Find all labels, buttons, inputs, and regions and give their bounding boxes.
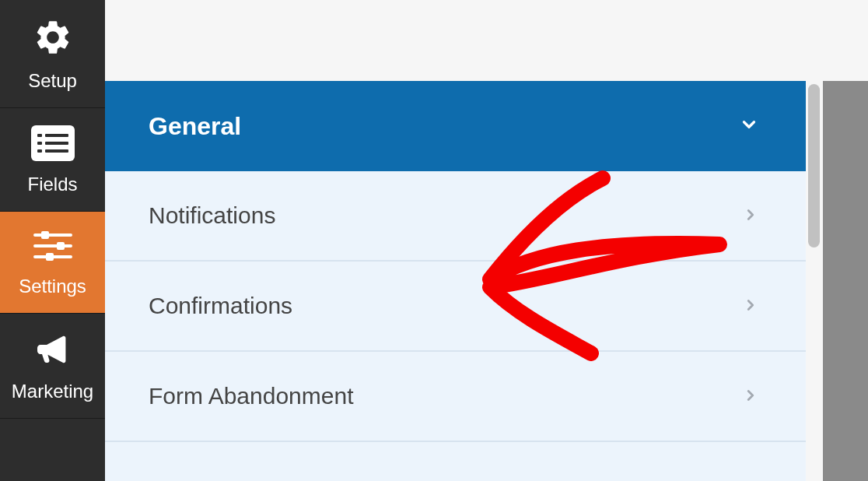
svg-rect-1 <box>37 134 42 137</box>
sidebar-item-label: Setup <box>28 70 77 92</box>
panel-wrapper: General Notifications Confirmations <box>105 81 868 481</box>
svg-rect-2 <box>45 134 68 137</box>
scrollbar-thumb[interactable] <box>808 84 820 248</box>
panel-row-notifications[interactable]: Notifications <box>105 171 806 262</box>
svg-rect-8 <box>41 231 49 239</box>
svg-rect-5 <box>37 149 42 153</box>
settings-panel: General Notifications Confirmations <box>105 81 806 481</box>
right-gutter <box>823 81 868 481</box>
sidebar-item-fields[interactable]: Fields <box>0 108 105 212</box>
svg-rect-4 <box>45 142 68 145</box>
svg-rect-10 <box>57 242 65 250</box>
chevron-right-icon <box>742 202 759 229</box>
panel-row-form-abandonment[interactable]: Form Abandonment <box>105 352 806 442</box>
panel-header-general[interactable]: General <box>105 81 806 171</box>
sidebar-item-marketing[interactable]: Marketing <box>0 314 105 419</box>
sidebar: Setup Fields <box>0 0 105 481</box>
svg-rect-6 <box>45 149 68 153</box>
svg-rect-3 <box>37 142 42 145</box>
panel-header-label: General <box>149 112 241 141</box>
list-icon <box>31 125 75 164</box>
sidebar-item-settings[interactable]: Settings <box>0 212 105 314</box>
sidebar-item-label: Settings <box>19 276 86 297</box>
topbar <box>105 0 868 81</box>
scrollbar[interactable] <box>806 81 823 481</box>
main-area: General Notifications Confirmations <box>105 0 868 481</box>
megaphone-icon <box>32 331 74 371</box>
panel-row-label: Confirmations <box>149 293 292 319</box>
sidebar-item-setup[interactable]: Setup <box>0 0 105 108</box>
panel-row-label: Notifications <box>149 202 275 229</box>
gear-icon <box>33 17 73 61</box>
sidebar-item-label: Fields <box>27 174 77 195</box>
sidebar-item-label: Marketing <box>12 381 93 402</box>
svg-rect-12 <box>46 253 54 261</box>
chevron-down-icon <box>739 112 759 141</box>
chevron-right-icon <box>742 293 759 319</box>
panel-row-label: Form Abandonment <box>149 383 353 409</box>
sliders-icon <box>32 229 74 266</box>
panel-row-confirmations[interactable]: Confirmations <box>105 262 806 352</box>
chevron-right-icon <box>742 383 759 409</box>
